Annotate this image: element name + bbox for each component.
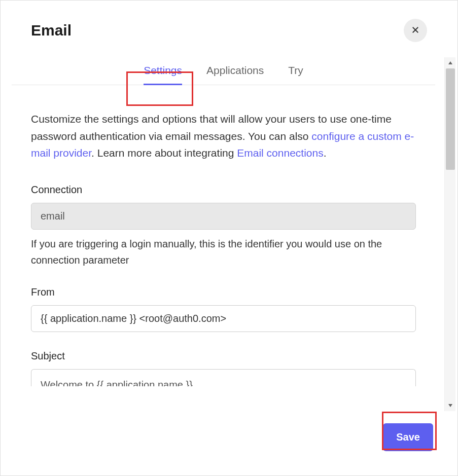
scrollbar[interactable] (444, 57, 455, 411)
svg-marker-2 (448, 61, 452, 64)
intro-text: Customize the settings and options that … (31, 111, 416, 162)
content-area: Settings Applications Try Customize the … (3, 57, 444, 411)
subject-label: Subject (31, 350, 416, 362)
subject-group: Subject Welcome to {{ application.name }… (31, 350, 416, 386)
scroll-content: Customize the settings and options that … (3, 85, 444, 411)
close-button[interactable] (404, 19, 427, 42)
tab-applications[interactable]: Applications (206, 57, 264, 85)
svg-marker-3 (448, 404, 452, 407)
scroll-down-arrow-icon[interactable] (445, 400, 455, 411)
email-settings-dialog: Email Settings Applications Try Customiz… (1, 1, 457, 475)
dialog-footer: Save (3, 411, 455, 473)
from-input[interactable] (31, 305, 416, 332)
connection-label: Connection (31, 184, 416, 196)
save-button[interactable]: Save (383, 423, 433, 451)
scroll-up-arrow-icon[interactable] (445, 57, 455, 68)
tab-settings[interactable]: Settings (144, 57, 182, 85)
intro-part2: . Learn more about integrating (91, 147, 237, 159)
from-group: From (31, 286, 416, 332)
intro-part3: . (324, 147, 327, 159)
tabs: Settings Applications Try (12, 57, 435, 85)
scroll-thumb[interactable] (446, 68, 455, 170)
tab-try[interactable]: Try (288, 57, 303, 85)
link-email-connections[interactable]: Email connections (237, 147, 323, 159)
connection-group: Connection If you are triggering a login… (31, 184, 416, 268)
close-icon (411, 25, 420, 36)
subject-input[interactable]: Welcome to {{ application.name }} (31, 369, 416, 386)
from-label: From (31, 286, 416, 298)
connection-help: If you are triggering a login manually, … (31, 236, 416, 268)
dialog-header: Email (3, 3, 455, 57)
dialog-title: Email (31, 22, 72, 39)
connection-input (31, 203, 416, 230)
